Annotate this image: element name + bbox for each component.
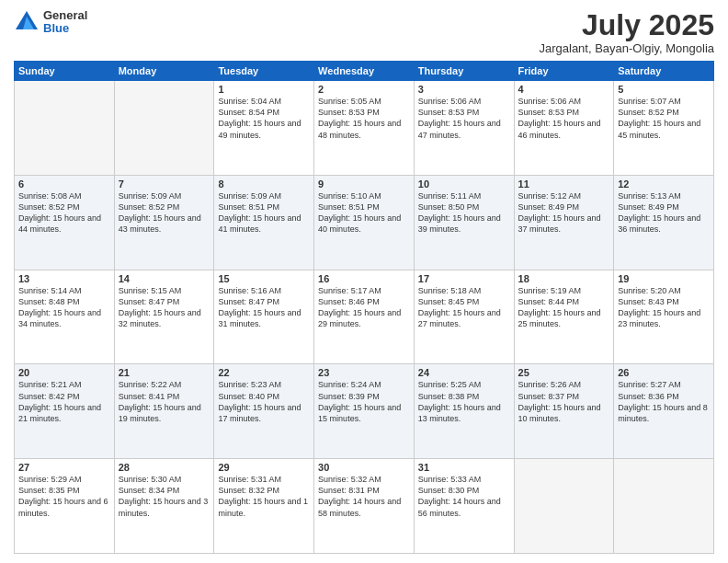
logo-text: General Blue [43, 9, 87, 36]
list-item: 24Sunrise: 5:25 AMSunset: 8:38 PMDayligh… [414, 364, 514, 459]
day-info: Sunrise: 5:06 AMSunset: 8:53 PMDaylight:… [418, 96, 510, 141]
list-item: 1Sunrise: 5:04 AMSunset: 8:54 PMDaylight… [214, 81, 314, 176]
list-item: 26Sunrise: 5:27 AMSunset: 8:36 PMDayligh… [614, 364, 714, 459]
list-item: 19Sunrise: 5:20 AMSunset: 8:43 PMDayligh… [614, 270, 714, 364]
day-info: Sunrise: 5:19 AMSunset: 8:44 PMDaylight:… [518, 285, 610, 330]
day-number: 3 [418, 84, 510, 95]
day-number: 22 [218, 367, 310, 378]
header: General Blue July 2025 Jargalant, Bayan-… [14, 9, 714, 55]
day-number: 10 [418, 178, 510, 190]
list-item: 10Sunrise: 5:11 AMSunset: 8:50 PMDayligh… [414, 175, 514, 270]
day-info: Sunrise: 5:18 AMSunset: 8:45 PMDaylight:… [418, 285, 510, 330]
day-number: 18 [518, 273, 610, 284]
day-info: Sunrise: 5:05 AMSunset: 8:53 PMDaylight:… [318, 96, 410, 141]
day-info: Sunrise: 5:24 AMSunset: 8:39 PMDaylight:… [318, 379, 410, 424]
list-item [114, 81, 214, 176]
list-item: 6Sunrise: 5:08 AMSunset: 8:52 PMDaylight… [15, 175, 115, 270]
day-number: 17 [418, 273, 510, 284]
day-info: Sunrise: 5:29 AMSunset: 8:35 PMDaylight:… [18, 474, 110, 519]
logo-blue-label: Blue [43, 22, 87, 35]
day-info: Sunrise: 5:27 AMSunset: 8:36 PMDaylight:… [618, 379, 710, 424]
list-item: 2Sunrise: 5:05 AMSunset: 8:53 PMDaylight… [314, 81, 415, 176]
day-number: 9 [318, 178, 410, 190]
calendar-header-row: Sunday Monday Tuesday Wednesday Thursday… [15, 62, 714, 81]
col-saturday: Saturday [614, 62, 714, 81]
day-number: 19 [618, 273, 710, 284]
day-info: Sunrise: 5:14 AMSunset: 8:48 PMDaylight:… [18, 285, 110, 330]
day-info: Sunrise: 5:26 AMSunset: 8:37 PMDaylight:… [518, 379, 610, 424]
location-subtitle: Jargalant, Bayan-Olgiy, Mongolia [539, 41, 714, 55]
day-info: Sunrise: 5:12 AMSunset: 8:49 PMDaylight:… [518, 190, 610, 236]
day-info: Sunrise: 5:09 AMSunset: 8:51 PMDaylight:… [218, 190, 310, 236]
list-item [15, 81, 115, 176]
col-tuesday: Tuesday [214, 62, 314, 81]
list-item: 25Sunrise: 5:26 AMSunset: 8:37 PMDayligh… [514, 364, 614, 459]
day-number: 5 [618, 84, 710, 95]
list-item: 22Sunrise: 5:23 AMSunset: 8:40 PMDayligh… [214, 364, 314, 459]
day-info: Sunrise: 5:06 AMSunset: 8:53 PMDaylight:… [518, 96, 610, 141]
day-number: 2 [318, 84, 410, 95]
day-number: 24 [418, 367, 510, 378]
calendar-table: Sunday Monday Tuesday Wednesday Thursday… [14, 61, 714, 554]
day-number: 14 [119, 273, 210, 284]
title-block: July 2025 Jargalant, Bayan-Olgiy, Mongol… [539, 9, 714, 55]
list-item: 13Sunrise: 5:14 AMSunset: 8:48 PMDayligh… [15, 270, 115, 364]
list-item: 9Sunrise: 5:10 AMSunset: 8:51 PMDaylight… [314, 175, 415, 270]
day-number: 11 [518, 178, 610, 190]
day-info: Sunrise: 5:09 AMSunset: 8:52 PMDaylight:… [119, 190, 210, 236]
day-number: 12 [618, 178, 710, 190]
day-number: 20 [18, 367, 110, 378]
day-info: Sunrise: 5:08 AMSunset: 8:52 PMDaylight:… [18, 190, 110, 236]
day-info: Sunrise: 5:30 AMSunset: 8:34 PMDaylight:… [119, 474, 210, 519]
day-info: Sunrise: 5:25 AMSunset: 8:38 PMDaylight:… [418, 379, 510, 424]
day-info: Sunrise: 5:11 AMSunset: 8:50 PMDaylight:… [418, 190, 510, 236]
list-item: 3Sunrise: 5:06 AMSunset: 8:53 PMDaylight… [414, 81, 514, 176]
day-number: 25 [518, 367, 610, 378]
list-item: 8Sunrise: 5:09 AMSunset: 8:51 PMDaylight… [214, 175, 314, 270]
day-number: 16 [318, 273, 410, 284]
day-number: 28 [119, 462, 210, 473]
day-info: Sunrise: 5:21 AMSunset: 8:42 PMDaylight:… [18, 379, 110, 424]
day-number: 7 [119, 178, 210, 190]
month-title: July 2025 [539, 9, 714, 41]
col-friday: Friday [514, 62, 614, 81]
list-item: 14Sunrise: 5:15 AMSunset: 8:47 PMDayligh… [114, 270, 214, 364]
day-number: 8 [218, 178, 310, 190]
page: General Blue July 2025 Jargalant, Bayan-… [0, 0, 728, 563]
day-info: Sunrise: 5:17 AMSunset: 8:46 PMDaylight:… [318, 285, 410, 330]
day-number: 26 [618, 367, 710, 378]
day-number: 15 [218, 273, 310, 284]
list-item: 20Sunrise: 5:21 AMSunset: 8:42 PMDayligh… [15, 364, 115, 459]
list-item [514, 459, 614, 554]
list-item: 27Sunrise: 5:29 AMSunset: 8:35 PMDayligh… [15, 459, 115, 554]
day-info: Sunrise: 5:10 AMSunset: 8:51 PMDaylight:… [318, 190, 410, 236]
list-item: 15Sunrise: 5:16 AMSunset: 8:47 PMDayligh… [214, 270, 314, 364]
day-number: 13 [18, 273, 110, 284]
day-number: 6 [18, 178, 110, 190]
list-item: 17Sunrise: 5:18 AMSunset: 8:45 PMDayligh… [414, 270, 514, 364]
col-wednesday: Wednesday [314, 62, 415, 81]
col-monday: Monday [114, 62, 214, 81]
logo: General Blue [14, 9, 87, 36]
day-info: Sunrise: 5:13 AMSunset: 8:49 PMDaylight:… [618, 190, 710, 236]
table-row: 6Sunrise: 5:08 AMSunset: 8:52 PMDaylight… [15, 175, 714, 270]
logo-icon [14, 9, 40, 35]
day-number: 1 [218, 84, 310, 95]
day-number: 27 [18, 462, 110, 473]
list-item [614, 459, 714, 554]
list-item: 16Sunrise: 5:17 AMSunset: 8:46 PMDayligh… [314, 270, 415, 364]
table-row: 1Sunrise: 5:04 AMSunset: 8:54 PMDaylight… [15, 81, 714, 176]
list-item: 30Sunrise: 5:32 AMSunset: 8:31 PMDayligh… [314, 459, 415, 554]
table-row: 20Sunrise: 5:21 AMSunset: 8:42 PMDayligh… [15, 364, 714, 459]
list-item: 12Sunrise: 5:13 AMSunset: 8:49 PMDayligh… [614, 175, 714, 270]
list-item: 28Sunrise: 5:30 AMSunset: 8:34 PMDayligh… [114, 459, 214, 554]
day-number: 23 [318, 367, 410, 378]
day-info: Sunrise: 5:15 AMSunset: 8:47 PMDaylight:… [119, 285, 210, 330]
list-item: 11Sunrise: 5:12 AMSunset: 8:49 PMDayligh… [514, 175, 614, 270]
day-info: Sunrise: 5:33 AMSunset: 8:30 PMDaylight:… [418, 474, 510, 519]
list-item: 7Sunrise: 5:09 AMSunset: 8:52 PMDaylight… [114, 175, 214, 270]
day-number: 29 [218, 462, 310, 473]
table-row: 13Sunrise: 5:14 AMSunset: 8:48 PMDayligh… [15, 270, 714, 364]
table-row: 27Sunrise: 5:29 AMSunset: 8:35 PMDayligh… [15, 459, 714, 554]
list-item: 31Sunrise: 5:33 AMSunset: 8:30 PMDayligh… [414, 459, 514, 554]
